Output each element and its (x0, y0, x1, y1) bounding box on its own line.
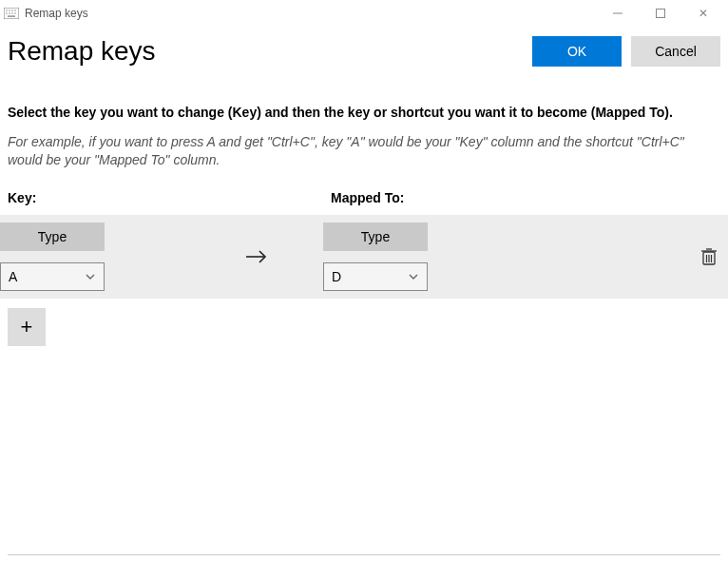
svg-point-8 (14, 12, 15, 13)
app-icon (4, 8, 19, 19)
svg-point-3 (11, 10, 12, 10)
key-select[interactable]: A (0, 262, 105, 291)
plus-icon: + (21, 315, 33, 339)
minimize-button[interactable] (596, 0, 639, 27)
key-column-header: Key: (8, 190, 331, 205)
mapping-row: Type A Type D (0, 215, 728, 299)
header-row: Remap keys OK Cancel (0, 27, 728, 80)
chevron-down-icon (85, 271, 96, 282)
maximize-button[interactable] (639, 0, 681, 27)
ok-button[interactable]: OK (532, 36, 622, 67)
svg-point-2 (9, 10, 10, 10)
svg-point-4 (14, 10, 15, 10)
mapped-select-value: D (332, 269, 341, 284)
titlebar: Remap keys ✕ (0, 0, 728, 27)
page-title: Remap keys (8, 36, 156, 67)
close-icon: ✕ (699, 7, 708, 20)
svg-point-6 (9, 12, 10, 13)
arrow-icon (190, 247, 323, 266)
chevron-down-icon (408, 271, 419, 282)
instruction-text: Select the key you want to change (Key) … (8, 105, 720, 120)
columns-header: Key: Mapped To: (8, 190, 720, 205)
add-row-button[interactable]: + (8, 308, 46, 346)
content-area: Select the key you want to change (Key) … (0, 80, 728, 205)
mapped-type-button[interactable]: Type (323, 222, 428, 251)
delete-row-button[interactable] (690, 247, 728, 266)
close-button[interactable]: ✕ (681, 0, 724, 27)
divider (8, 554, 720, 555)
svg-point-5 (6, 12, 7, 13)
trash-icon (700, 247, 718, 266)
key-type-button[interactable]: Type (0, 222, 105, 251)
mapped-column-header: Mapped To: (331, 190, 720, 205)
key-select-value: A (9, 269, 17, 284)
window-title: Remap keys (25, 7, 88, 20)
mapped-cell: Type D (323, 222, 513, 291)
svg-rect-11 (656, 10, 664, 18)
cancel-button[interactable]: Cancel (631, 36, 720, 67)
key-cell: Type A (0, 222, 190, 291)
svg-rect-9 (8, 16, 15, 17)
mapped-select[interactable]: D (323, 262, 428, 291)
example-text: For example, if you want to press A and … (8, 133, 720, 169)
svg-point-7 (11, 12, 12, 13)
svg-point-1 (6, 10, 7, 10)
